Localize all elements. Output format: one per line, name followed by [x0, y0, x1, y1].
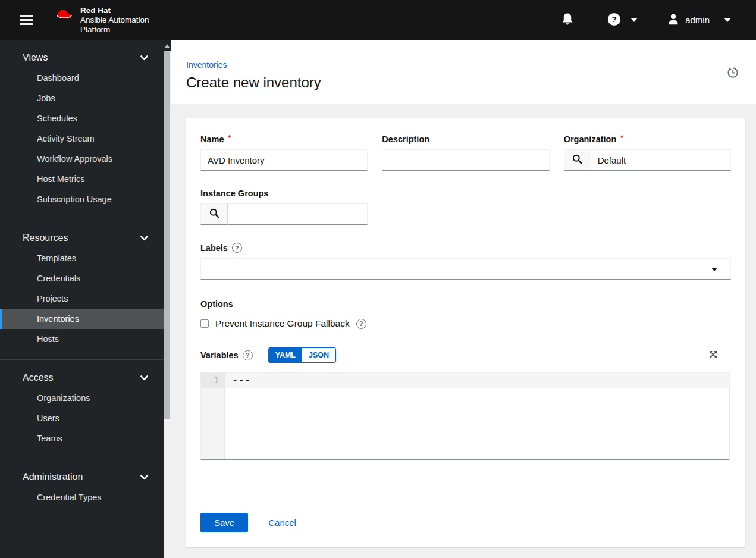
breadcrumb-inventories-link[interactable]: Inventories — [186, 60, 227, 70]
sidebar-item-subscription-usage[interactable]: Subscription Usage — [0, 189, 164, 209]
editor-line-gutter: 1 — [201, 373, 225, 459]
nav-section-title: Views — [23, 52, 48, 63]
sidebar-item-activity-stream[interactable]: Activity Stream — [0, 128, 164, 149]
variables-code-editor[interactable]: 1 --- — [200, 372, 730, 460]
sidebar-item-templates[interactable]: Templates — [0, 248, 164, 268]
instance-groups-label: Instance Groups — [200, 189, 268, 198]
cancel-button[interactable]: Cancel — [268, 518, 296, 528]
line-number: 1 — [201, 373, 224, 388]
sidebar-item-teams[interactable]: Teams — [0, 428, 164, 449]
caret-down-icon — [724, 18, 731, 22]
notifications-button[interactable] — [561, 12, 574, 28]
sidebar-item-credentials[interactable]: Credentials — [0, 268, 164, 289]
chevron-down-icon — [140, 233, 148, 243]
scrollbar-up-arrow[interactable] — [164, 40, 171, 51]
editor-code-area[interactable]: --- — [225, 373, 729, 459]
save-button[interactable]: Save — [200, 513, 248, 532]
name-field-group: Name * — [200, 134, 368, 171]
instance-groups-search-button[interactable] — [200, 203, 228, 225]
nav-section-administration: Administration Credential Types — [0, 459, 164, 518]
nav-section-access: Access Organizations Users Teams — [0, 360, 164, 459]
caret-down-icon — [630, 18, 638, 22]
nav-section-title: Access — [23, 372, 54, 383]
code-line: --- — [225, 373, 729, 388]
chevron-down-icon — [140, 472, 148, 482]
variables-format-toggle: YAML JSON — [268, 347, 336, 363]
organization-input[interactable] — [591, 149, 731, 171]
variables-label: Variables — [200, 350, 239, 360]
editor-expand-button[interactable] — [708, 350, 718, 361]
sidebar-item-inventories[interactable]: Inventories — [0, 309, 164, 329]
prevent-fallback-help-icon[interactable]: ? — [356, 319, 366, 329]
sidebar-item-jobs[interactable]: Jobs — [0, 88, 164, 108]
breadcrumb: Inventories — [186, 59, 742, 70]
labels-help-icon[interactable]: ? — [232, 243, 242, 253]
sidebar-item-credential-types[interactable]: Credential Types — [0, 487, 164, 507]
yaml-toggle-button[interactable]: YAML — [269, 348, 302, 362]
sidebar-nav: Views Dashboard Jobs Schedules Activity … — [0, 40, 164, 558]
sidebar-item-schedules[interactable]: Schedules — [0, 108, 164, 128]
description-field-group: Description — [382, 134, 549, 171]
instance-groups-input[interactable] — [228, 203, 368, 225]
help-menu-button[interactable]: ? — [607, 12, 638, 28]
labels-label: Labels — [200, 243, 228, 253]
form-actions: Save Cancel — [200, 513, 296, 532]
name-label: Name — [200, 134, 224, 144]
organization-label: Organization — [564, 134, 617, 144]
nav-section-toggle-views[interactable]: Views — [0, 48, 164, 68]
variables-help-icon[interactable]: ? — [243, 350, 253, 360]
sidebar-item-host-metrics[interactable]: Host Metrics — [0, 169, 164, 189]
nav-section-resources: Resources Templates Credentials Projects… — [0, 220, 164, 360]
sidebar-item-users[interactable]: Users — [0, 408, 164, 428]
username-label: admin — [685, 15, 710, 25]
search-icon — [572, 154, 582, 166]
brand-logo: Red Hat Ansible Automation Platform — [54, 6, 149, 35]
name-input[interactable] — [200, 149, 368, 171]
svg-text:?: ? — [612, 15, 617, 24]
organization-search-button[interactable] — [564, 149, 591, 171]
sidebar-item-organizations[interactable]: Organizations — [0, 388, 164, 408]
chevron-down-icon — [140, 52, 148, 63]
inventory-form-card: Name * Description — [186, 118, 745, 547]
nav-section-title: Administration — [23, 472, 83, 482]
brand-line1: Red Hat — [80, 6, 149, 15]
prevent-fallback-checkbox[interactable] — [200, 319, 209, 328]
brand-line2: Ansible Automation — [80, 15, 149, 25]
nav-section-views: Views Dashboard Jobs Schedules Activity … — [0, 40, 164, 220]
page-header: Inventories Create new inventory — [171, 40, 756, 104]
nav-section-title: Resources — [23, 233, 68, 243]
question-circle-icon: ? — [607, 12, 621, 28]
activity-history-button[interactable] — [726, 66, 739, 81]
description-input[interactable] — [382, 149, 549, 171]
options-section: Options Prevent Instance Group Fallback … — [200, 299, 731, 329]
labels-field-group: Labels ? — [200, 243, 731, 280]
chevron-down-icon — [140, 372, 148, 383]
labels-select[interactable] — [200, 258, 731, 280]
sidebar-scrollbar[interactable] — [164, 40, 171, 558]
page-title: Create new inventory — [186, 74, 742, 91]
caret-down-icon — [711, 268, 717, 271]
scrollbar-thumb[interactable] — [164, 51, 170, 419]
options-label: Options — [200, 299, 233, 309]
user-icon — [667, 13, 679, 27]
redhat-fedora-icon — [54, 6, 75, 25]
prevent-fallback-label: Prevent Instance Group Fallback — [215, 318, 350, 329]
required-asterisk: * — [228, 134, 231, 142]
user-menu-button[interactable]: admin — [667, 13, 731, 27]
sidebar-item-dashboard[interactable]: Dashboard — [0, 68, 164, 88]
content-area: Name * Description — [171, 104, 756, 558]
sidebar-item-projects[interactable]: Projects — [0, 289, 164, 309]
nav-section-toggle-access[interactable]: Access — [0, 368, 164, 388]
masthead: Red Hat Ansible Automation Platform ? — [0, 0, 756, 40]
search-icon — [209, 208, 219, 220]
nav-section-toggle-resources[interactable]: Resources — [0, 228, 164, 248]
instance-groups-field-group: Instance Groups — [200, 189, 368, 225]
nav-toggle-button[interactable] — [14, 8, 38, 32]
sidebar-item-workflow-approvals[interactable]: Workflow Approvals — [0, 149, 164, 169]
expand-arrows-icon — [708, 352, 718, 361]
json-toggle-button[interactable]: JSON — [302, 348, 335, 362]
history-icon — [726, 72, 739, 81]
nav-section-toggle-administration[interactable]: Administration — [0, 467, 164, 487]
organization-field-group: Organization * — [564, 134, 731, 171]
sidebar-item-hosts[interactable]: Hosts — [0, 329, 164, 349]
